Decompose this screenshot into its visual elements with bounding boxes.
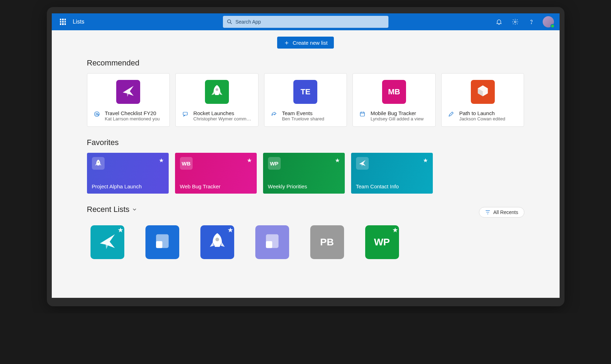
favorite-mini-tile: WB [180,157,193,170]
favorite-mini-tile [356,157,369,170]
svg-rect-10 [360,112,364,116]
create-new-list-button[interactable]: ＋ Create new list [277,37,334,49]
recent-header: Recent Lists All Recents [87,205,524,220]
tablet-icon [153,232,172,253]
star-icon[interactable]: ★ [159,157,164,164]
recommended-card[interactable]: MB Mobile Bug Tracker Lyndsey Gill added… [353,73,436,127]
presence-indicator [550,24,555,28]
list-tile [116,80,140,104]
recommended-card[interactable]: Rocket Launches Christopher Wymer comm… [175,73,258,127]
recent-tile[interactable]: WP ★ [365,225,399,259]
app-launcher-button[interactable] [55,13,71,30]
app-name: Lists [73,19,85,25]
header-actions [491,13,557,30]
gear-icon [512,18,519,25]
create-button-label: Create new list [293,40,328,46]
recommended-subtitle: Kat Larrson mentioned you [105,116,160,121]
plus-icon: ＋ [283,39,290,46]
recommended-subtitle: Ben Truelove shared [282,116,324,121]
favorite-mini-tile: WP [268,157,281,170]
list-tile [205,80,229,104]
recent-heading-label: Recent Lists [87,205,130,214]
comment-icon [182,111,190,119]
favorite-card[interactable]: ★ Team Contact Info [351,153,433,194]
recent-tile[interactable] [255,225,289,259]
waffle-icon [60,19,66,25]
star-icon[interactable]: ★ [423,157,428,164]
recommended-title: Rocket Launches [193,110,251,116]
favorite-card[interactable]: ★ Project Alpha Launch [87,153,169,194]
list-tile: TE [293,80,317,104]
svg-point-3 [227,20,231,23]
svg-line-4 [230,23,232,24]
recent-section: Recent Lists All Recents ★ ★ [52,205,560,270]
svg-point-5 [514,21,516,23]
star-icon[interactable]: ★ [247,157,252,164]
favorite-title: Web Bug Tracker [180,183,252,189]
create-row: ＋ Create new list [52,37,560,49]
tile-initials: WB [182,161,191,167]
search-icon [226,19,233,25]
paper-icon [121,84,135,100]
search-container [223,16,388,28]
search-input[interactable] [223,16,388,28]
tablet-icon [263,232,281,253]
bell-icon [495,18,503,25]
question-icon [528,18,535,25]
recent-row: ★ ★ PB WP ★ [87,225,524,259]
favorites-heading: Favorites [87,138,524,147]
rocket-icon [94,159,102,168]
pencil-icon [448,111,456,119]
help-button[interactable] [524,13,539,30]
star-icon[interactable]: ★ [228,227,233,233]
rocket-icon [208,232,226,253]
svg-point-7 [94,112,99,117]
user-avatar[interactable] [543,16,554,27]
filter-icon [485,209,491,215]
recommended-subtitle: Christopher Wymer comm… [193,116,251,121]
recent-tile[interactable]: PB [310,225,344,259]
recommended-title: Travel Checklist FY20 [105,110,160,116]
settings-button[interactable] [507,13,523,30]
favorite-card[interactable]: WB ★ Web Bug Tracker [175,153,257,194]
list-tile [471,80,495,104]
favorite-title: Weekly Priorities [268,183,340,189]
share-icon [271,111,279,119]
svg-rect-9 [183,112,187,115]
recommended-section: Recommended Travel Checklist FY20 Kat La… [52,58,560,138]
filter-label: All Recents [493,209,518,215]
star-icon[interactable]: ★ [118,227,123,233]
favorite-mini-tile [92,157,105,170]
app-window: Lists ＋ Create new list [47,7,565,306]
tile-initials: MB [388,87,400,96]
notifications-button[interactable] [491,13,507,30]
list-tile: MB [382,80,406,104]
recommended-card[interactable]: TE Team Events Ben Truelove shared [264,73,347,127]
favorites-section: Favorites ★ Project Alpha Launch WB ★ We… [52,138,560,205]
all-recents-filter-button[interactable]: All Recents [479,207,524,218]
recommended-title: Team Events [282,110,324,116]
star-icon[interactable]: ★ [335,157,340,164]
recommended-title: Path to Launch [459,110,505,116]
suite-header: Lists [52,13,560,30]
recommended-row: Travel Checklist FY20 Kat Larrson mentio… [87,73,524,127]
recommended-card[interactable]: Travel Checklist FY20 Kat Larrson mentio… [87,73,170,127]
star-icon[interactable]: ★ [393,227,398,233]
tile-initials: PB [320,237,334,248]
cube-icon [476,84,490,100]
recent-tile[interactable]: ★ [200,225,234,259]
page-body: ＋ Create new list Recommended Travel Che… [52,30,560,298]
favorites-row: ★ Project Alpha Launch WB ★ Web Bug Trac… [87,153,524,194]
paper-icon [359,159,366,168]
paper-icon [98,232,117,253]
recommended-title: Mobile Bug Tracker [370,110,424,116]
recent-tile[interactable] [145,225,179,259]
favorite-title: Team Contact Info [356,183,428,189]
recent-tile[interactable]: ★ [91,225,124,259]
favorite-card[interactable]: WP ★ Weekly Priorities [263,153,345,194]
recommended-heading: Recommended [87,58,524,68]
recommended-card[interactable]: Path to Launch Jackson Cowan edited [441,73,524,127]
recent-heading-dropdown[interactable]: Recent Lists [87,205,137,214]
recommended-subtitle: Lyndsey Gill added a view [370,116,424,121]
at-icon [94,111,101,119]
